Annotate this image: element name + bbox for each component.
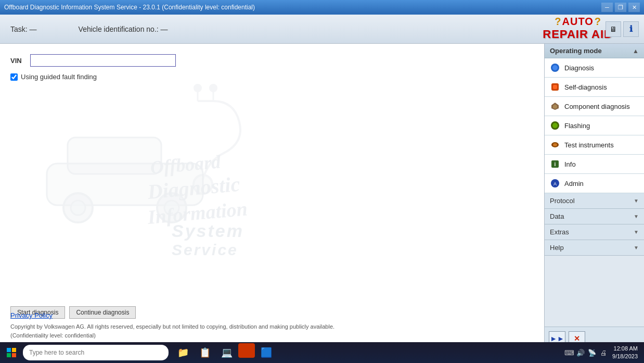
data-section-header[interactable]: Data ▼ bbox=[545, 209, 644, 224]
svg-point-8 bbox=[195, 85, 201, 91]
sidebar-menu: Diagnosis Self-diagnosis Component diagn… bbox=[545, 58, 644, 327]
copyright-text: Copyright by Volkswagen AG. All rights r… bbox=[10, 322, 534, 340]
clock-date: 9/18/2023 bbox=[612, 353, 638, 360]
flashing-label: Flashing bbox=[564, 122, 590, 130]
header-right-icons: 🖥 ℹ bbox=[606, 21, 639, 37]
header-icon-info[interactable]: ℹ bbox=[623, 21, 639, 37]
sidebar-item-self-diagnosis[interactable]: Self-diagnosis bbox=[545, 78, 644, 97]
svg-text:i: i bbox=[555, 161, 556, 167]
sidebar-section-extras: Extras ▼ bbox=[545, 224, 644, 240]
protocol-chevron: ▼ bbox=[634, 198, 639, 204]
sidebar-item-diagnosis[interactable]: Diagnosis bbox=[545, 58, 644, 78]
help-chevron: ▼ bbox=[634, 245, 639, 251]
protocol-section-header[interactable]: Protocol ▼ bbox=[545, 193, 644, 208]
taskbar-app-clipboard[interactable]: 📋 bbox=[195, 343, 215, 362]
cancel-icon: ✕ bbox=[574, 334, 580, 343]
flashing-icon bbox=[550, 120, 560, 131]
logo-repair-aid: REPAIR AID bbox=[543, 28, 613, 41]
taskbar-clock: 12:08 AM 9/18/2023 bbox=[612, 345, 638, 361]
svg-point-13 bbox=[552, 65, 558, 70]
component-diagnosis-label: Component diagnosis bbox=[564, 103, 630, 110]
svg-point-21 bbox=[553, 143, 557, 146]
taskbar-app-files[interactable]: 📁 bbox=[173, 343, 194, 362]
start-button[interactable] bbox=[2, 343, 21, 362]
svg-point-19 bbox=[552, 123, 558, 128]
privacy-policy-link[interactable]: Privacy Policy bbox=[10, 311, 53, 319]
taskbar-app-blue[interactable]: 🟦 bbox=[256, 343, 277, 362]
sidebar-item-test-instruments[interactable]: Test instruments bbox=[545, 135, 644, 155]
taskbar: 📁 📋 💻 🟦 ⌨ 🔊 📡 🖨 12:08 AM 9/18/2023 bbox=[0, 342, 644, 363]
component-diagnosis-icon bbox=[550, 101, 560, 111]
sidebar-header: Operating mode ▲ bbox=[545, 44, 644, 58]
sidebar: Operating mode ▲ Diagnosis Self-diagnosi… bbox=[544, 44, 644, 350]
close-button[interactable]: ✕ bbox=[628, 3, 640, 12]
content-area: VIN Using guided fault finding bbox=[0, 44, 544, 350]
info-label: Info bbox=[564, 160, 576, 168]
title-bar: Offboard Diagnostic Information System S… bbox=[0, 0, 644, 15]
taskbar-app-red[interactable] bbox=[238, 343, 255, 358]
svg-rect-1 bbox=[68, 137, 161, 174]
info-icon: i bbox=[550, 159, 560, 169]
header-bar: Task: — Vehicle identification no.: — ? … bbox=[0, 15, 644, 44]
admin-label: Admin bbox=[564, 180, 584, 187]
svg-text:A: A bbox=[553, 181, 557, 186]
main-layout: VIN Using guided fault finding bbox=[0, 44, 644, 350]
clock-time: 12:08 AM bbox=[614, 345, 638, 353]
help-section-header[interactable]: Help ▼ bbox=[545, 240, 644, 255]
sidebar-collapse-btn[interactable]: ▲ bbox=[633, 47, 639, 55]
diagnosis-icon bbox=[550, 62, 560, 73]
start-grid-icon bbox=[7, 348, 16, 357]
tray-network-icon: 📡 bbox=[587, 348, 597, 357]
self-diagnosis-label: Self-diagnosis bbox=[564, 83, 607, 91]
extras-chevron: ▼ bbox=[634, 229, 639, 235]
vin-row: VIN bbox=[10, 54, 534, 67]
data-chevron: ▼ bbox=[634, 214, 639, 219]
self-diagnosis-icon bbox=[550, 82, 560, 92]
title-bar-controls: ─ ❐ ✕ bbox=[601, 3, 640, 12]
sidebar-item-component-diagnosis[interactable]: Component diagnosis bbox=[545, 97, 644, 116]
sidebar-section-data: Data ▼ bbox=[545, 209, 644, 224]
sidebar-item-flashing[interactable]: Flashing bbox=[545, 116, 644, 135]
forward-icon: ►► bbox=[550, 334, 564, 343]
logo-area: ? AUTO ? REPAIR AID bbox=[543, 16, 613, 41]
taskbar-search-input[interactable] bbox=[23, 345, 169, 360]
tray-keyboard-icon: ⌨ bbox=[564, 348, 574, 357]
header-icon-1[interactable]: 🖥 bbox=[606, 21, 621, 37]
system-tray: ⌨ 🔊 📡 🖨 bbox=[564, 348, 608, 357]
svg-rect-15 bbox=[553, 85, 557, 89]
logo-auto: AUTO bbox=[562, 16, 594, 28]
tray-printer-icon: 🖨 bbox=[599, 348, 608, 357]
restore-button[interactable]: ❐ bbox=[615, 3, 626, 12]
taskbar-right: ⌨ 🔊 📡 🖨 12:08 AM 9/18/2023 bbox=[564, 345, 642, 361]
sidebar-section-help: Help ▼ bbox=[545, 240, 644, 256]
svg-point-7 bbox=[210, 85, 216, 91]
content-footer: Privacy Policy Copyright by Volkswagen A… bbox=[10, 311, 534, 340]
svg-point-4 bbox=[71, 201, 85, 215]
app-title: Offboard Diagnostic Information System S… bbox=[4, 4, 255, 11]
sidebar-item-admin[interactable]: A Admin bbox=[545, 174, 644, 193]
diagnosis-label: Diagnosis bbox=[564, 64, 594, 72]
minimize-button[interactable]: ─ bbox=[601, 3, 613, 12]
taskbar-app-remote[interactable]: 💻 bbox=[216, 343, 237, 362]
watermark-graphic: Offboard Diagnostic Information bbox=[16, 70, 276, 257]
test-instruments-icon bbox=[550, 140, 560, 150]
tray-volume-icon: 🔊 bbox=[576, 348, 585, 357]
admin-icon: A bbox=[550, 178, 560, 189]
vin-label: VIN bbox=[10, 57, 26, 65]
extras-section-header[interactable]: Extras ▼ bbox=[545, 224, 644, 240]
sidebar-section-protocol: Protocol ▼ bbox=[545, 193, 644, 209]
taskbar-apps: 📁 📋 💻 🟦 bbox=[173, 343, 277, 362]
vin-header-label: Vehicle identification no.: — bbox=[79, 25, 168, 33]
vin-input[interactable] bbox=[30, 54, 176, 67]
test-instruments-label: Test instruments bbox=[564, 141, 614, 149]
sidebar-item-info[interactable]: i Info bbox=[545, 155, 644, 174]
task-label: Task: — bbox=[10, 25, 37, 33]
